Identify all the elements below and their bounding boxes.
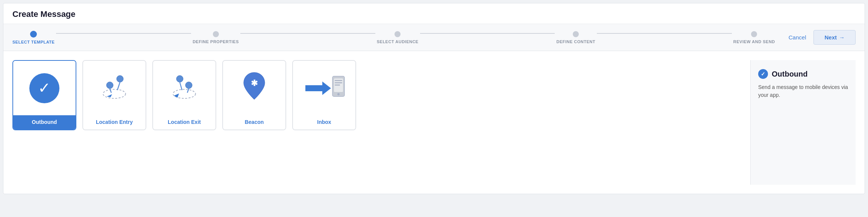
panel-description: Send a message to mobile devices via you… bbox=[758, 83, 848, 99]
template-card-beacon[interactable]: ✱ Beacon bbox=[222, 60, 286, 130]
inbox-icon-area bbox=[293, 61, 355, 115]
step-label-5: REVIEW AND SEND bbox=[733, 39, 775, 44]
panel-check-icon: ✓ bbox=[758, 69, 768, 79]
beacon-svg-icon: ✱ bbox=[239, 69, 269, 107]
template-card-outbound[interactable]: ✓ Outbound bbox=[12, 60, 76, 130]
step-define-content[interactable]: DEFINE CONTENT bbox=[556, 31, 595, 44]
location-exit-label: Location Exit bbox=[153, 115, 215, 130]
location-entry-icon-area bbox=[83, 61, 146, 115]
svg-marker-13 bbox=[305, 81, 331, 95]
outbound-icon-area: ✓ bbox=[13, 61, 76, 115]
templates-area: ✓ Outbound bbox=[12, 60, 750, 185]
svg-point-19 bbox=[337, 93, 340, 95]
panel-checkmark: ✓ bbox=[761, 71, 765, 77]
svg-point-0 bbox=[103, 89, 126, 98]
connector-3 bbox=[420, 33, 555, 34]
step-label-4: DEFINE CONTENT bbox=[556, 39, 595, 44]
right-panel: ✓ Outbound Send a message to mobile devi… bbox=[750, 60, 856, 185]
stepper-actions: Cancel Next → bbox=[784, 30, 856, 45]
inbox-svg-icon bbox=[302, 69, 347, 107]
connector-2 bbox=[240, 33, 375, 34]
outbound-circle-icon: ✓ bbox=[29, 73, 59, 103]
step-select-template[interactable]: SELECT TEMPLATE bbox=[12, 31, 55, 44]
svg-line-8 bbox=[180, 82, 182, 90]
template-card-inbox[interactable]: Inbox bbox=[292, 60, 356, 130]
cancel-button[interactable]: Cancel bbox=[784, 31, 811, 44]
connector-1 bbox=[56, 33, 191, 34]
svg-line-2 bbox=[117, 82, 120, 90]
next-label: Next bbox=[824, 34, 837, 41]
svg-rect-18 bbox=[335, 84, 340, 86]
step-review-send[interactable]: REVIEW AND SEND bbox=[733, 31, 775, 44]
step-dot-1 bbox=[30, 31, 37, 38]
step-dot-4 bbox=[573, 31, 579, 37]
outbound-checkmark-icon: ✓ bbox=[38, 80, 51, 95]
svg-rect-17 bbox=[335, 82, 342, 83]
main-content: ✓ Outbound bbox=[3, 51, 865, 194]
beacon-icon-area: ✱ bbox=[223, 61, 285, 115]
page-title: Create Message bbox=[3, 3, 865, 24]
stepper: SELECT TEMPLATE DEFINE PROPERTIES SELECT… bbox=[12, 31, 775, 44]
next-arrow-icon: → bbox=[839, 34, 845, 41]
template-card-location-entry[interactable]: Location Entry bbox=[82, 60, 146, 130]
template-card-location-exit[interactable]: Location Exit bbox=[152, 60, 216, 130]
svg-rect-16 bbox=[335, 80, 342, 81]
step-label-1: SELECT TEMPLATE bbox=[12, 40, 55, 44]
next-button[interactable]: Next → bbox=[813, 30, 856, 45]
beacon-label: Beacon bbox=[223, 115, 285, 130]
svg-marker-5 bbox=[107, 94, 112, 97]
step-dot-2 bbox=[213, 31, 219, 37]
page-container: Create Message SELECT TEMPLATE DEFINE PR… bbox=[3, 3, 865, 194]
step-dot-3 bbox=[395, 31, 401, 37]
location-entry-label: Location Entry bbox=[83, 115, 146, 130]
connector-4 bbox=[597, 33, 732, 34]
step-define-properties[interactable]: DEFINE PROPERTIES bbox=[193, 31, 239, 44]
location-exit-svg-icon bbox=[165, 69, 203, 107]
svg-text:✱: ✱ bbox=[251, 78, 258, 88]
svg-point-9 bbox=[185, 82, 192, 89]
step-label-2: DEFINE PROPERTIES bbox=[193, 39, 239, 44]
svg-point-1 bbox=[117, 75, 123, 82]
svg-point-7 bbox=[176, 75, 183, 82]
outbound-label: Outbound bbox=[13, 115, 76, 130]
step-dot-5 bbox=[751, 31, 757, 37]
step-select-audience[interactable]: SELECT AUDIENCE bbox=[377, 31, 419, 44]
inbox-label: Inbox bbox=[293, 115, 355, 130]
location-entry-svg-icon bbox=[96, 69, 133, 107]
panel-title-text: Outbound bbox=[772, 70, 808, 78]
location-exit-icon-area bbox=[153, 61, 215, 115]
svg-point-3 bbox=[106, 82, 113, 89]
svg-marker-11 bbox=[174, 93, 179, 98]
panel-title-area: ✓ Outbound bbox=[758, 69, 848, 79]
step-label-3: SELECT AUDIENCE bbox=[377, 39, 419, 44]
stepper-row: SELECT TEMPLATE DEFINE PROPERTIES SELECT… bbox=[3, 24, 865, 51]
